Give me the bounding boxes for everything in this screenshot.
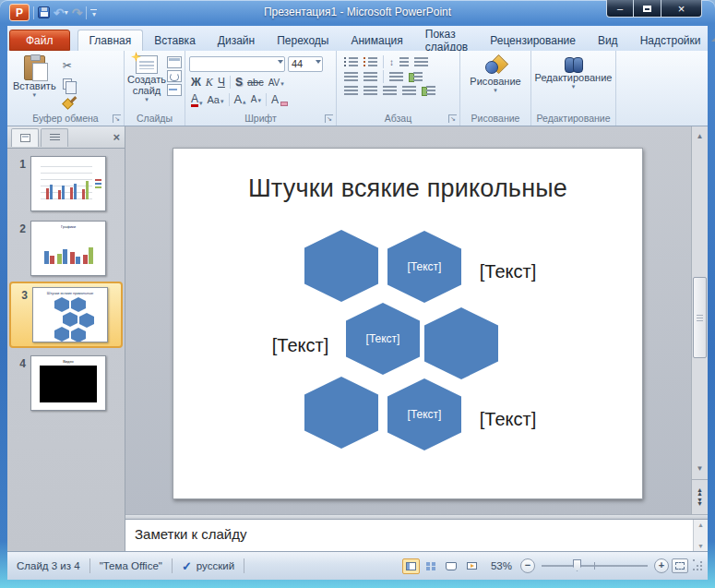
change-case-button[interactable]: Aa▾	[208, 94, 224, 105]
bold-button[interactable]: Ж	[191, 76, 201, 89]
hexagon-text[interactable]: [Текст]	[408, 260, 442, 273]
scroll-up-arrow[interactable]: ▲	[697, 522, 704, 528]
editing-button[interactable]: Редактирование ▾	[533, 54, 614, 92]
align-left-button[interactable]	[344, 85, 358, 96]
format-painter-button[interactable]	[60, 94, 80, 110]
notes-scrollbar[interactable]: ▲ ▼	[693, 520, 708, 551]
zoom-in-button[interactable]: +	[654, 558, 669, 573]
font-size-input[interactable]	[288, 56, 323, 72]
zoom-percentage[interactable]: 53%	[483, 560, 518, 571]
close-button[interactable]: ×	[661, 0, 702, 18]
underline-button[interactable]: Ч	[218, 76, 225, 89]
section-button[interactable]	[167, 84, 182, 96]
grow-font-button[interactable]: A▾	[234, 92, 246, 106]
tab-addins[interactable]: Надстройки	[629, 30, 712, 51]
scroll-up-arrow[interactable]: ▲	[692, 128, 708, 143]
drawing-button[interactable]: Рисование ▾	[462, 54, 529, 96]
fit-to-window-button[interactable]	[672, 558, 688, 573]
thumbnail-row-3-selected[interactable]: 3 Штучки всякие прикольные	[9, 282, 123, 348]
slide-layout-button[interactable]	[167, 56, 182, 68]
close-panel-button[interactable]: ×	[113, 130, 120, 144]
thumbnail-row-4[interactable]: 4 Видео	[7, 348, 125, 413]
tab-transitions[interactable]: Переходы	[266, 30, 340, 51]
align-center-button[interactable]	[363, 85, 377, 96]
spellcheck-status[interactable]: ✓ русский	[173, 559, 244, 573]
clipboard-dialog-launcher[interactable]: ↘	[113, 114, 121, 123]
paragraph-dialog-launcher[interactable]: ↘	[448, 114, 457, 123]
copy-button[interactable]: ▾	[60, 76, 80, 91]
minimize-button[interactable]: –	[606, 0, 634, 18]
slider-thumb[interactable]	[573, 559, 581, 571]
tab-review[interactable]: Рецензирование	[479, 30, 587, 51]
slide-counter[interactable]: Слайд 3 из 4	[7, 560, 89, 571]
text-direction-button[interactable]	[414, 56, 428, 67]
tab-animations[interactable]: Анимация	[340, 30, 413, 51]
font-color-button[interactable]: A▾	[191, 92, 203, 107]
reset-slide-button[interactable]	[167, 70, 182, 82]
slide-title[interactable]: Штучки всякие прикольные	[192, 174, 624, 203]
slide-sorter-button[interactable]	[423, 558, 440, 574]
strikethrough-button[interactable]: abc	[247, 77, 264, 88]
numbering-button[interactable]	[363, 56, 377, 67]
font-size-combo[interactable]	[288, 54, 323, 72]
text-placeholder[interactable]: [Текст]	[261, 335, 340, 356]
scroll-down-arrow[interactable]: ▼	[697, 543, 704, 549]
zoom-out-button[interactable]: −	[520, 558, 535, 573]
hexagon-shape[interactable]: [Текст]	[387, 231, 461, 303]
tab-home[interactable]: Главная	[77, 30, 144, 51]
slide-canvas[interactable]: Штучки всякие прикольные [Текст] [Текст]…	[173, 148, 643, 499]
reading-view-button[interactable]	[443, 558, 460, 574]
normal-view-button[interactable]	[402, 558, 420, 574]
hexagon-shape[interactable]: [Текст]	[387, 378, 461, 450]
text-placeholder[interactable]: [Текст]	[469, 409, 547, 430]
maximize-button[interactable]	[634, 0, 661, 18]
slide-3-thumbnail[interactable]: Штучки всякие прикольные	[32, 287, 108, 342]
collapse-ribbon-icon[interactable]	[711, 37, 715, 42]
tab-file[interactable]: Файл	[9, 30, 70, 51]
vertical-scrollbar[interactable]: ▲ ▼ ▲▲ ▼▼	[691, 126, 708, 514]
slide-workspace[interactable]: Штучки всякие прикольные [Текст] [Текст]…	[125, 126, 691, 514]
theme-name[interactable]: "Тема Office"	[90, 560, 172, 571]
notes-placeholder[interactable]: Заметки к слайду	[125, 520, 693, 551]
slideshow-button[interactable]	[463, 558, 481, 574]
columns-button[interactable]	[389, 71, 403, 82]
tab-insert[interactable]: Вставка	[143, 30, 207, 51]
font-dialog-launcher[interactable]: ↘	[325, 114, 333, 123]
decrease-indent-button[interactable]	[344, 71, 358, 82]
slide-4-thumbnail[interactable]: Видео	[30, 355, 106, 411]
thumbnail-row-2[interactable]: 2 Графики	[7, 213, 125, 278]
increase-indent-button[interactable]	[363, 71, 377, 82]
notes-pane[interactable]: Заметки к слайду ▲ ▼	[125, 520, 708, 551]
previous-slide-button[interactable]: ▲▲	[697, 488, 703, 496]
resize-grip[interactable]	[693, 559, 704, 572]
tab-slideshow[interactable]: Показ слайдов	[414, 30, 479, 51]
hexagon-shape[interactable]	[424, 307, 498, 379]
hexagon-shape[interactable]: [Текст]	[346, 303, 420, 375]
justify-button[interactable]	[402, 85, 416, 96]
slides-tab[interactable]	[11, 128, 39, 147]
clear-formatting-button[interactable]: A	[271, 93, 288, 106]
text-shadow-button[interactable]: S	[235, 76, 243, 89]
zoom-slider[interactable]	[542, 558, 648, 573]
slide-1-thumbnail[interactable]	[30, 156, 106, 211]
hexagon-text[interactable]: [Текст]	[408, 408, 442, 421]
scroll-down-arrow[interactable]: ▼	[692, 461, 708, 475]
new-slide-button[interactable]: Создать слайд ▾	[126, 54, 167, 111]
italic-button[interactable]: K	[206, 76, 213, 90]
align-text-button[interactable]	[409, 71, 423, 82]
text-placeholder[interactable]: [Текст]	[469, 261, 547, 282]
scrollbar-thumb[interactable]	[693, 277, 707, 358]
align-right-button[interactable]	[383, 85, 397, 96]
hexagon-shape[interactable]	[304, 377, 378, 449]
language-label[interactable]: русский	[197, 560, 234, 571]
hexagon-shape[interactable]	[304, 230, 378, 302]
slide-2-thumbnail[interactable]: Графики	[30, 221, 106, 276]
next-slide-button[interactable]: ▼▼	[697, 498, 703, 506]
font-name-input[interactable]	[189, 56, 285, 72]
bullets-button[interactable]	[344, 56, 358, 67]
title-bar[interactable]: P ↶▾ ↷ ▾ Презентация1 - Microsoft PowerP…	[0, 0, 715, 26]
paste-button[interactable]: Вставить ▾	[9, 54, 60, 111]
character-spacing-button[interactable]: AV▾	[268, 78, 284, 88]
hexagon-text[interactable]: [Текст]	[366, 332, 400, 345]
shrink-font-button[interactable]: A▾	[251, 94, 261, 104]
